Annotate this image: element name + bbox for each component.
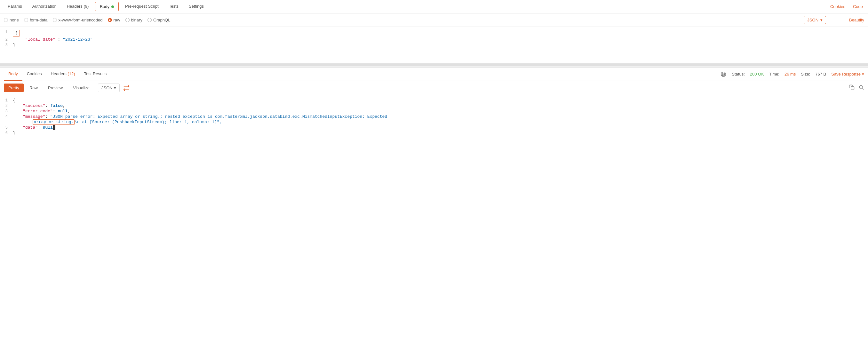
resp-trail-3: , (68, 109, 70, 114)
time-value: 26 ms (784, 72, 796, 76)
resp-line-num-5: 5 (0, 125, 13, 130)
resp-code-line-3: 3 "error_code": null, (0, 108, 868, 114)
resp-key-error-code: "error_code" (23, 109, 53, 114)
option-none-label: none (9, 18, 19, 22)
resp-json-label: JSON (101, 86, 113, 90)
resp-line-num-1: 1 (0, 98, 13, 103)
resp-line-brace-open: { (13, 98, 868, 103)
resp-val-data: null (43, 125, 53, 130)
resp-code-line-4: 4 "message": "JSON parse error: Expected… (0, 114, 868, 119)
status-label: Status: (732, 72, 744, 76)
save-response-chevron-icon: ▾ (862, 72, 864, 76)
response-section: Body Cookies Headers (12) Test Results S… (0, 67, 868, 138)
option-raw[interactable]: raw (108, 18, 120, 22)
resp-code-line-5: 5 "data": null (0, 125, 868, 130)
resp-val-message-cont: array or string.\n at [Source: (Pushback… (33, 119, 222, 125)
resp-line-num-2: 2 (0, 103, 13, 108)
resp-line-num-3: 3 (0, 109, 13, 114)
cookies-link[interactable]: Cookies (828, 0, 848, 13)
response-code-editor[interactable]: 1 { 2 "success": false, 3 "error_code": … (0, 95, 868, 138)
resp-line-num-6: 6 (0, 131, 13, 135)
resp-line-num-4b (0, 120, 13, 120)
resp-headers-badge: (12) (67, 71, 75, 76)
radio-urlencoded (53, 18, 57, 22)
beautify-button[interactable]: Beautify (849, 18, 864, 22)
resp-status-area: Status: 200 OK Time: 26 ms Size: 767 B S… (720, 71, 864, 77)
json-format-label: JSON (807, 18, 818, 22)
radio-none (4, 18, 8, 22)
resp-line-content-3: "error_code": null, (13, 109, 868, 114)
resp-line-content-5: "data": null (13, 125, 868, 130)
option-form-data[interactable]: form-data (24, 18, 48, 22)
resp-code-line-1: 1 { (0, 98, 868, 103)
size-label: Size: (801, 72, 810, 76)
status-value: 200 OK (750, 72, 764, 76)
view-tab-raw[interactable]: Raw (25, 84, 42, 92)
resp-view-tabs: Pretty Raw Preview Visualize JSON ▾ (0, 81, 868, 95)
radio-form-data (24, 18, 28, 22)
option-graphql-label: GraphQL (153, 18, 170, 22)
resp-json-dropdown[interactable]: JSON ▾ (98, 84, 120, 92)
tab-tests[interactable]: Tests (164, 0, 184, 13)
resp-headers-label: Headers (51, 71, 68, 76)
view-tab-pretty[interactable]: Pretty (4, 84, 24, 92)
radio-binary (125, 18, 130, 22)
svg-rect-8 (851, 86, 854, 90)
resp-val-success: false (50, 103, 63, 108)
view-tab-visualize[interactable]: Visualize (68, 84, 94, 92)
req-line-content-1: { (13, 30, 868, 36)
req-code-line-2: 2 "local_date" : "2021-12-23" (0, 37, 868, 42)
resp-tab-test-results[interactable]: Test Results (79, 67, 111, 81)
resp-sep-2: : (45, 103, 50, 108)
option-graphql[interactable]: GraphQL (148, 18, 170, 22)
radio-graphql (148, 18, 152, 22)
request-tabs-row: Params Authorization Headers (9) Body Pr… (0, 0, 868, 13)
json-format-dropdown[interactable]: JSON ▾ (804, 16, 826, 24)
view-tab-preview[interactable]: Preview (43, 84, 67, 92)
req-line-num-1: 1 (0, 30, 13, 35)
req-colon: : (58, 37, 63, 42)
resp-message-box: array or string. (33, 119, 74, 125)
resp-code-line-2: 2 "success": false, (0, 103, 868, 108)
resp-val-message: "JSON parse error: Expected array or str… (50, 114, 387, 119)
option-binary[interactable]: binary (125, 18, 143, 22)
tab-prerequest[interactable]: Pre-request Script (120, 0, 164, 13)
resp-tab-headers[interactable]: Headers (12) (46, 67, 80, 81)
resp-tab-body[interactable]: Body (4, 67, 22, 81)
tab-headers[interactable]: Headers (9) (62, 0, 94, 13)
resp-line-content-4b: array or string.\n at [Source: (Pushback… (13, 120, 868, 125)
req-close-brace: } (13, 42, 16, 48)
resp-sep-5: : (38, 125, 43, 130)
option-none[interactable]: none (4, 18, 19, 22)
code-link[interactable]: Code (850, 0, 865, 13)
req-val-local-date: "2021-12-23" (63, 37, 93, 42)
wrap-lines-icon[interactable] (123, 85, 130, 92)
size-value: 767 B (815, 72, 826, 76)
tab-authorization[interactable]: Authorization (27, 0, 62, 13)
req-line-content-2: "local_date" : "2021-12-23" (13, 37, 868, 42)
search-icon[interactable] (859, 85, 864, 92)
right-links: Cookies Code (828, 0, 865, 13)
resp-tab-cookies[interactable]: Cookies (22, 67, 46, 81)
tab-params[interactable]: Params (3, 0, 27, 13)
copy-icon[interactable] (849, 85, 855, 92)
req-code-line-3: 3 } (0, 42, 868, 48)
tab-body[interactable]: Body (95, 2, 119, 11)
option-urlencoded-label: x-www-form-urlencoded (59, 18, 103, 22)
req-line-content-3: } (13, 42, 868, 48)
resp-key-message: "message" (23, 114, 45, 119)
radio-raw (108, 18, 112, 22)
req-open-brace: { (15, 31, 18, 35)
option-binary-label: binary (131, 18, 143, 22)
save-response-button[interactable]: Save Response ▾ (831, 72, 864, 76)
resp-key-data: "data" (23, 125, 38, 130)
req-line-num-2: 2 (0, 37, 13, 42)
tab-settings[interactable]: Settings (184, 0, 209, 13)
req-key-local-date: "local_date" (25, 37, 55, 42)
resp-line-content-2: "success": false, (13, 103, 868, 108)
option-urlencoded[interactable]: x-www-form-urlencoded (53, 18, 103, 22)
req-boxed-code: { (13, 30, 20, 36)
resp-chevron-icon: ▾ (114, 86, 116, 90)
req-line-num-3: 3 (0, 42, 13, 48)
request-code-editor[interactable]: 1 { 2 "local_date" : "2021-12-23" 3 } (0, 27, 868, 65)
